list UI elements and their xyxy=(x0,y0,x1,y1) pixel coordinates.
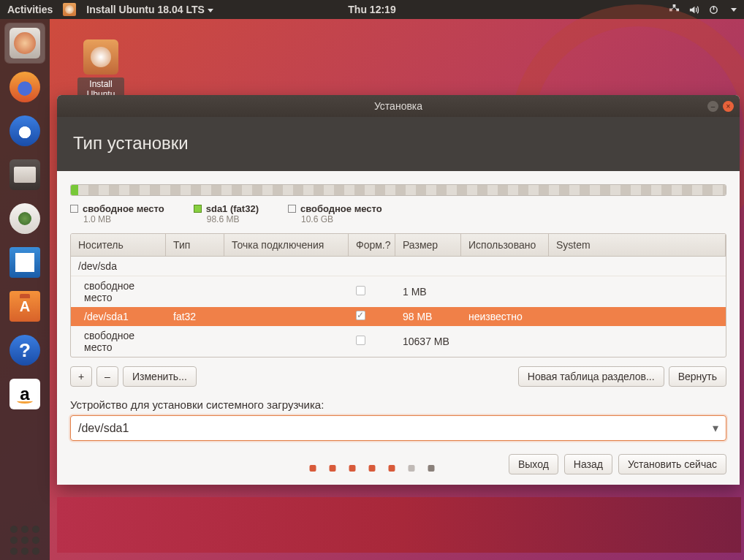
partition-table[interactable]: Носитель Тип Точка подключения Форм.? Ра… xyxy=(70,233,726,357)
step-indicator xyxy=(310,465,435,472)
table-row[interactable]: свободное место 10637 MB xyxy=(71,326,726,357)
change-partition-button[interactable]: Изменить... xyxy=(123,366,197,387)
table-row[interactable]: /dev/sda xyxy=(71,257,726,276)
clock[interactable]: Thu 12:19 xyxy=(348,4,395,15)
remove-partition-button[interactable]: – xyxy=(96,366,118,387)
dock-firefox[interactable] xyxy=(5,67,45,107)
window-close-button[interactable]: × xyxy=(723,101,734,112)
install-now-button[interactable]: Установить сейчас xyxy=(618,454,726,474)
app-menu[interactable]: Install Ubuntu 18.04 LTS xyxy=(86,4,213,15)
dock-amazon[interactable]: a xyxy=(5,374,45,414)
installer-window: Установка – × Тип установки свободное ме… xyxy=(57,95,740,485)
desktop-icon-install-ubuntu[interactable]: Install Ubuntu xyxy=(77,39,124,102)
legend-item: sda1 (fat32) 98.6 MB xyxy=(194,203,259,224)
revert-button[interactable]: Вернуть xyxy=(669,366,726,387)
add-partition-button[interactable]: + xyxy=(70,366,92,387)
format-checkbox[interactable] xyxy=(356,336,365,345)
dock-software[interactable] xyxy=(5,287,45,326)
wallpaper-stripe xyxy=(57,497,741,553)
ubuntu-dock: ? a xyxy=(0,19,50,560)
format-checkbox[interactable] xyxy=(356,311,365,320)
table-row-selected[interactable]: /dev/sda1 fat32 98 MB неизвестно xyxy=(71,307,726,326)
dock-rhythmbox[interactable] xyxy=(5,199,45,238)
back-button[interactable]: Назад xyxy=(564,454,612,474)
bootloader-device-select[interactable]: /dev/sda1 ▾ xyxy=(70,415,726,441)
dock-writer[interactable] xyxy=(5,243,45,282)
installer-icon xyxy=(63,3,76,16)
window-title: Установка xyxy=(374,100,422,112)
page-heading: Тип установки xyxy=(57,117,740,171)
dock-thunderbird[interactable] xyxy=(5,111,45,151)
dock-help[interactable]: ? xyxy=(5,330,45,370)
bootloader-label: Устройство для установки системного загр… xyxy=(70,398,726,411)
legend-item: свободное место 1.0 MB xyxy=(70,203,164,224)
volume-icon[interactable] xyxy=(688,4,699,15)
dock-files[interactable] xyxy=(5,155,45,194)
dock-apps[interactable] xyxy=(5,521,45,560)
system-menu-chevron-icon[interactable] xyxy=(731,8,737,12)
table-row[interactable]: свободное место 1 MB xyxy=(71,276,726,307)
disk-usage-bar xyxy=(70,184,726,196)
new-partition-table-button[interactable]: Новая таблица разделов... xyxy=(518,366,664,387)
quit-button[interactable]: Выход xyxy=(509,454,558,474)
format-checkbox[interactable] xyxy=(356,286,365,295)
table-header: Носитель Тип Точка подключения Форм.? Ра… xyxy=(71,234,726,257)
power-icon[interactable] xyxy=(708,4,719,15)
window-minimize-button[interactable]: – xyxy=(707,101,718,112)
disk-legend: свободное место 1.0 MB sda1 (fat32) 98.6… xyxy=(70,203,726,224)
activities-button[interactable]: Activities xyxy=(7,4,53,15)
window-titlebar[interactable]: Установка – × xyxy=(57,95,740,117)
dock-installer[interactable] xyxy=(5,23,45,63)
legend-item: свободное место 10.6 GB xyxy=(288,203,382,224)
bootloader-device-value: /dev/sda1 xyxy=(78,422,129,435)
chevron-down-icon: ▾ xyxy=(713,421,718,435)
